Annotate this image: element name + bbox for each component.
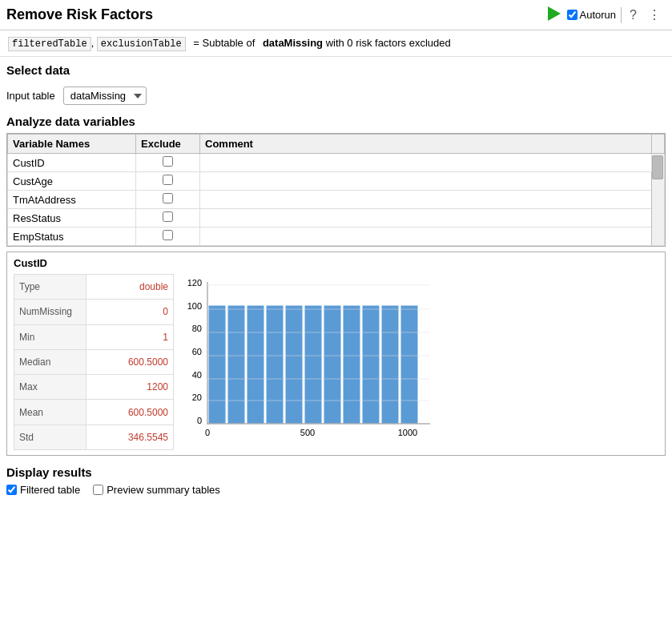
svg-rect-11	[227, 305, 245, 424]
details-inner: TypedoubleNumMissing0Min1Median600.5000M…	[14, 274, 658, 450]
chart-container: 120 100 80 60 40 20 0 0 500 1000	[182, 274, 658, 450]
exclude-cell-1[interactable]	[136, 172, 200, 191]
stats-table: TypedoubleNumMissing0Min1Median600.5000M…	[14, 274, 174, 450]
input-table-label: Input table	[6, 90, 55, 102]
autorun-label[interactable]: Autorun	[567, 9, 617, 21]
table-row: TmAtAddress	[8, 191, 665, 209]
stat-value-4: 1200	[87, 375, 174, 400]
autorun-checkbox[interactable]	[567, 10, 577, 20]
select-data-row: Input table dataMissing	[0, 85, 672, 111]
col-header-exclude: Exclude	[136, 135, 200, 154]
analyze-section: Analyze data variables Variable Names Ex…	[0, 111, 672, 247]
stat-label-0: Type	[14, 275, 87, 300]
table-row: ResStatus	[8, 209, 665, 227]
comment-cell-0	[200, 154, 652, 172]
scroll-track[interactable]	[652, 154, 665, 246]
exclude-checkbox-0[interactable]	[163, 156, 173, 167]
divider	[621, 7, 622, 23]
stat-label-2: Min	[14, 324, 87, 349]
header: Remove Risk Factors Autorun ? ⋮	[0, 0, 672, 30]
svg-text:60: 60	[192, 347, 202, 356]
checkbox-row: Filtered table Preview summary tables	[6, 484, 666, 496]
col-header-varname: Variable Names	[8, 135, 136, 154]
input-table-dropdown[interactable]: dataMissing	[63, 87, 147, 105]
svg-rect-16	[324, 305, 341, 424]
var-name-2: TmAtAddress	[8, 191, 136, 209]
stat-label-4: Max	[14, 375, 87, 400]
stat-value-0: double	[87, 275, 174, 300]
exclude-cell-3[interactable]	[136, 209, 200, 227]
exclude-checkbox-3[interactable]	[163, 211, 173, 222]
col-header-comment: Comment	[200, 135, 652, 154]
stat-label-1: NumMissing	[14, 300, 87, 324]
details-panel-title: CustID	[14, 257, 658, 269]
stat-value-1: 0	[87, 300, 174, 324]
svg-rect-14	[285, 305, 303, 424]
svg-rect-15	[304, 305, 322, 424]
svg-text:80: 80	[192, 324, 202, 333]
preview-summary-text: Preview summary tables	[107, 484, 220, 496]
formula-eq: = Subtable of	[191, 37, 258, 49]
output2-code: exclusionTable	[97, 37, 186, 51]
filtered-table-text: Filtered table	[20, 484, 80, 496]
preview-summary-checkbox[interactable]	[93, 485, 103, 495]
stat-label-6: Std	[14, 425, 87, 449]
table-row: CustAge	[8, 172, 665, 191]
comment-cell-4	[200, 227, 652, 246]
help-button[interactable]: ?	[626, 6, 640, 24]
display-results-section: Display results Filtered table Preview s…	[0, 459, 672, 501]
details-panel: CustID TypedoubleNumMissing0Min1Median60…	[6, 252, 666, 456]
exclude-cell-0[interactable]	[136, 154, 200, 172]
variables-table-header-row: Variable Names Exclude Comment	[8, 135, 665, 154]
stat-label-5: Mean	[14, 400, 87, 425]
svg-rect-20	[400, 305, 418, 424]
exclude-checkbox-1[interactable]	[163, 175, 173, 185]
table-row: EmpStatus	[8, 227, 665, 246]
formula-table: dataMissing	[263, 37, 323, 49]
stat-value-6: 346.5545	[87, 425, 174, 449]
stat-value-2: 1	[87, 324, 174, 349]
more-button[interactable]: ⋮	[645, 6, 664, 24]
variables-table-wrapper: Variable Names Exclude Comment CustID	[6, 133, 666, 247]
scroll-thumb[interactable]	[652, 155, 663, 179]
exclude-checkbox-2[interactable]	[163, 193, 173, 203]
exclude-cell-4[interactable]	[136, 227, 200, 246]
filtered-table-checkbox[interactable]	[6, 485, 17, 495]
exclude-cell-2[interactable]	[136, 191, 200, 209]
svg-rect-17	[343, 305, 360, 424]
stats-row: Typedouble	[14, 275, 174, 300]
svg-text:0: 0	[205, 428, 210, 437]
variables-table: Variable Names Exclude Comment CustID	[7, 134, 665, 246]
exclude-checkbox-4[interactable]	[163, 230, 173, 240]
svg-text:100: 100	[187, 301, 202, 311]
svg-text:0: 0	[197, 416, 202, 425]
stats-row: NumMissing0	[14, 300, 174, 324]
svg-text:40: 40	[192, 370, 202, 380]
svg-rect-18	[362, 305, 380, 424]
comment-cell-3	[200, 209, 652, 227]
svg-rect-19	[381, 305, 399, 424]
page-title: Remove Risk Factors	[6, 6, 153, 23]
output1-code: filteredTable	[8, 37, 91, 51]
var-name-1: CustAge	[8, 172, 136, 191]
stats-row: Median600.5000	[14, 349, 174, 374]
run-button[interactable]	[546, 5, 562, 25]
filtered-table-label[interactable]: Filtered table	[6, 484, 80, 496]
svg-rect-10	[208, 305, 226, 424]
col-header-scroll	[652, 135, 665, 154]
var-name-0: CustID	[8, 154, 136, 172]
stat-value-3: 600.5000	[87, 349, 174, 374]
svg-text:1000: 1000	[398, 428, 417, 437]
table-row: CustID	[8, 154, 665, 172]
header-controls: Autorun ? ⋮	[546, 5, 664, 25]
svg-text:500: 500	[300, 428, 315, 437]
select-data-section: Select data	[0, 57, 672, 85]
autorun-text: Autorun	[580, 9, 617, 21]
stat-value-5: 600.5000	[87, 400, 174, 425]
comment-cell-2	[200, 191, 652, 209]
svg-rect-12	[247, 305, 264, 424]
svg-rect-13	[266, 305, 284, 424]
preview-summary-label[interactable]: Preview summary tables	[93, 484, 220, 496]
stats-row: Max1200	[14, 375, 174, 400]
var-name-4: EmpStatus	[8, 227, 136, 246]
